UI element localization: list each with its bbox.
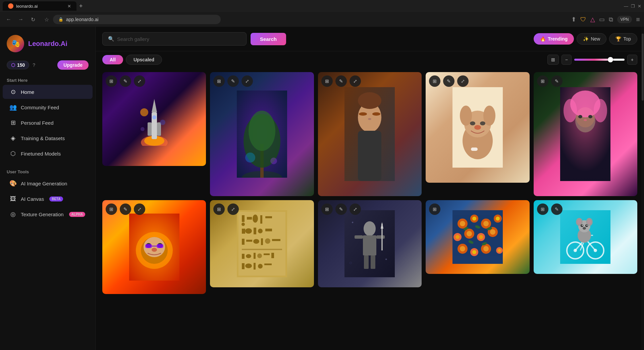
grid-view-btn[interactable]: ⊞ — [547, 55, 559, 65]
top-label: Top — [623, 36, 631, 42]
woman-expand-btn[interactable]: ⤢ — [350, 75, 361, 87]
svg-rect-52 — [145, 244, 152, 248]
tab-upscaled[interactable]: Upscaled — [126, 55, 162, 65]
share-icon[interactable]: ⬆ — [571, 16, 576, 23]
ssl-lock-icon: 🔒 — [58, 17, 63, 22]
window-minimize[interactable]: — — [624, 4, 628, 9]
woman-remix-btn[interactable]: ⊞ — [321, 75, 333, 87]
sidebar-item-ai-image-generation[interactable]: 🎨 AI Image Generation — [3, 176, 93, 190]
extensions-icon[interactable]: ⧉ — [609, 16, 613, 23]
image-card-lion[interactable]: ⊞ ✎ ⤢ — [102, 200, 206, 294]
forward-btn[interactable]: → — [16, 15, 25, 24]
tree-remix-btn[interactable]: ⊞ — [213, 75, 225, 87]
lion-remix-btn[interactable]: ⊞ — [106, 203, 117, 215]
svg-rect-66 — [254, 228, 256, 234]
zoom-out-btn[interactable]: − — [561, 55, 572, 65]
sidebar-item-community-feed[interactable]: 👥 Community Feed — [3, 100, 93, 114]
reload-btn[interactable]: ↻ — [28, 15, 38, 24]
svg-point-112 — [467, 231, 472, 236]
woman-edit-btn[interactable]: ✎ — [335, 75, 347, 87]
dog-remix-btn[interactable]: ⊞ — [429, 75, 440, 87]
trending-icon: 🔥 — [540, 36, 546, 42]
koala-edit-btn[interactable]: ✎ — [551, 203, 562, 215]
hieroglyphs-expand-btn[interactable]: ⤢ — [227, 203, 239, 215]
svg-text:✦: ✦ — [385, 257, 387, 261]
zoom-in-btn[interactable]: + — [627, 55, 637, 65]
svg-point-89 — [364, 221, 376, 236]
image-card-pinkgirl[interactable]: ⊞ ✎ — [534, 72, 637, 196]
koala-actions: ⊞ ✎ — [537, 203, 562, 215]
texture-icon: ◎ — [9, 211, 17, 218]
window-close[interactable]: ✕ — [638, 4, 641, 9]
svg-point-42 — [578, 115, 582, 118]
image-card-woman[interactable]: ⊞ ✎ ⤢ — [318, 72, 422, 196]
new-filter-btn[interactable]: ✨ New — [577, 33, 606, 45]
tab-close-btn[interactable]: ✕ — [67, 4, 71, 9]
bookmark-btn[interactable]: ☆ — [44, 16, 49, 23]
dog-edit-btn[interactable]: ✎ — [443, 75, 454, 87]
back-btn[interactable]: ← — [4, 15, 13, 24]
search-box[interactable]: 🔍 Search gallery — [102, 32, 247, 46]
finetuned-icon: ⬡ — [9, 150, 17, 157]
warrior-expand-btn[interactable]: ⤢ — [350, 203, 361, 215]
hieroglyphs-actions: ⊞ ⤢ — [213, 203, 239, 215]
tree-expand-btn[interactable]: ⤢ — [241, 75, 253, 87]
sidebar-item-training-datasets[interactable]: ◈ Training & Datasets — [3, 131, 93, 145]
svg-point-108 — [496, 217, 500, 221]
image-card-hieroglyphs[interactable]: ⊞ ⤢ — [210, 200, 314, 287]
active-tab[interactable]: leonardo.ai ✕ — [3, 1, 76, 11]
koala-remix-btn[interactable]: ⊞ — [537, 203, 548, 215]
alert-icon[interactable]: △ — [590, 16, 595, 23]
sidebar-item-home[interactable]: ⊙ Home — [3, 85, 93, 99]
search-button[interactable]: Search — [251, 33, 286, 45]
svg-point-24 — [368, 118, 371, 120]
tree-edit-btn[interactable]: ✎ — [227, 75, 239, 87]
svg-rect-69 — [242, 239, 245, 245]
lion-edit-btn[interactable]: ✎ — [120, 203, 131, 215]
window-maximize[interactable]: ❐ — [631, 4, 635, 9]
lion-expand-btn[interactable]: ⤢ — [134, 203, 145, 215]
sidebar-item-texture-generation[interactable]: ◎ Texture Generation ALPHA — [3, 207, 93, 221]
top-filter-btn[interactable]: 🏆 Top — [609, 33, 637, 45]
vpn-btn[interactable]: VPN — [617, 16, 632, 23]
warrior-edit-btn[interactable]: ✎ — [335, 203, 347, 215]
url-bar[interactable]: 🔒 app.leonardo.ai — [53, 15, 221, 24]
image-card-tree[interactable]: ⊞ ✎ ⤢ — [210, 72, 314, 196]
svg-point-44 — [584, 119, 587, 121]
gallery-area: ⊞ ✎ ⤢ — [96, 68, 644, 350]
svg-rect-92 — [376, 235, 385, 239]
rocket-expand-btn[interactable]: ⤢ — [134, 75, 145, 87]
sidebar-item-finetuned-models[interactable]: ⬡ Finetuned Models — [3, 147, 93, 161]
sidebar-item-personal-feed[interactable]: ⊞ Personal Feed — [3, 116, 93, 130]
warrior-remix-btn[interactable]: ⊞ — [321, 203, 333, 215]
svg-point-41 — [594, 99, 607, 122]
dog-expand-btn[interactable]: ⤢ — [457, 75, 469, 87]
shield-icon[interactable]: 🛡 — [580, 16, 586, 23]
upgrade-button[interactable]: Upgrade — [57, 60, 89, 70]
trending-filter-btn[interactable]: 🔥 Trending — [534, 33, 574, 45]
image-card-flowers[interactable]: ⊞ — [426, 200, 529, 274]
image-card-warrior[interactable]: ✦ ✦ ⬡ ⊞ ✎ ⤢ — [318, 200, 422, 287]
sidebar-item-ai-canvas[interactable]: 🖼 AI Canvas BETA — [3, 192, 93, 206]
zoom-slider[interactable] — [574, 59, 625, 61]
menu-icon[interactable]: ≡ — [636, 16, 640, 23]
svg-point-51 — [152, 248, 157, 252]
pinkgirl-remix-btn[interactable]: ⊞ — [537, 75, 548, 87]
image-card-koala[interactable]: ⊞ ✎ — [534, 200, 637, 274]
rocket-edit-btn[interactable]: ✎ — [120, 75, 131, 87]
flowers-remix-btn[interactable]: ⊞ — [429, 203, 440, 215]
tab-all[interactable]: All — [102, 55, 123, 64]
dog-actions: ⊞ ✎ ⤢ — [429, 75, 469, 87]
hieroglyphs-remix-btn[interactable]: ⊞ — [213, 203, 225, 215]
layout-icon[interactable]: ▭ — [599, 16, 605, 23]
app-wrapper: 🎭 Leonardo.Ai ⬡ 150 ? Upgrade Start Here… — [0, 27, 644, 350]
rocket-remix-btn[interactable]: ⊞ — [106, 75, 117, 87]
image-card-dog[interactable]: ⊞ ✎ ⤢ — [426, 72, 529, 183]
new-tab-btn[interactable]: + — [79, 3, 83, 10]
svg-rect-81 — [271, 253, 274, 258]
gallery-row-1: ⊞ ✎ ⤢ — [102, 72, 637, 196]
help-icon[interactable]: ? — [33, 62, 35, 68]
scrollbar-thumb[interactable] — [642, 34, 644, 101]
image-card-rocket[interactable]: ⊞ ✎ ⤢ — [102, 72, 206, 166]
pinkgirl-edit-btn[interactable]: ✎ — [551, 75, 562, 87]
